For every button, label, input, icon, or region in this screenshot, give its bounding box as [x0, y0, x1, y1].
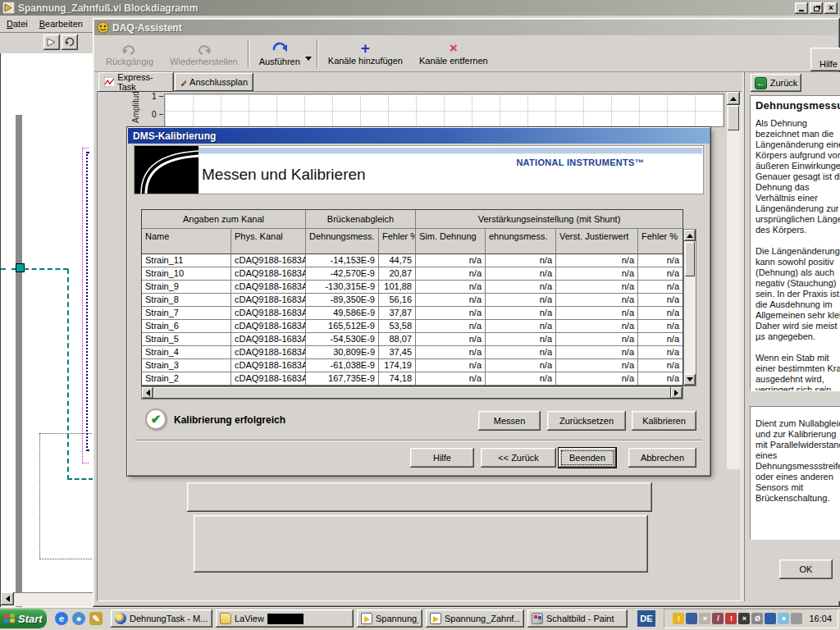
table-cell: n/a — [556, 372, 638, 386]
taskbar-task-button[interactable]: DehnungTask - M... — [111, 609, 212, 628]
blocked-device-tray-icon[interactable]: / — [712, 613, 724, 624]
table-cell: cDAQ9188-1683A — [231, 294, 306, 307]
table-row[interactable]: Strain_8cDAQ9188-1683A-89,350E-956,16n/a… — [142, 294, 682, 307]
table-cell: cDAQ9188-1683A — [231, 307, 306, 320]
redo-button[interactable]: Wiederherstellen — [162, 37, 246, 70]
hidden-tray-icon[interactable] — [791, 613, 802, 624]
waveform-graph[interactable] — [164, 94, 724, 127]
table-row[interactable]: Strain_3cDAQ9188-1683A-61,038E-9174,19n/… — [142, 359, 682, 372]
table-row[interactable]: Strain_4cDAQ9188-1683A30,809E-937,45n/an… — [142, 346, 682, 359]
run-button[interactable]: Ausführen — [251, 37, 308, 70]
app-window-tray-icon[interactable] — [765, 613, 776, 624]
menu-bearbeiten[interactable]: Bearbeiten — [39, 19, 83, 29]
table-cell: 37,87 — [379, 307, 416, 320]
tick-mark — [159, 114, 163, 115]
usb-disconnect-tray-icon[interactable]: × — [738, 613, 750, 624]
scroll-right-icon[interactable] — [671, 387, 682, 399]
table-cell: Strain_11 — [142, 254, 231, 267]
minimize-icon[interactable] — [795, 2, 808, 14]
menu-datei[interactable]: Datei — [7, 19, 28, 29]
taskbar-task-button[interactable]: Spannung_Zahnf... — [426, 609, 524, 628]
calibration-table[interactable]: Angaben zum Kanal Brückenabgleich Verstä… — [141, 209, 683, 386]
taskbar-task-button[interactable]: Spannung_Zahnf... — [357, 609, 422, 628]
scroll-up-icon[interactable] — [684, 230, 696, 241]
dehnung-task-icon — [115, 613, 126, 624]
run-arrow-icon[interactable] — [43, 34, 60, 50]
table-cell: n/a — [486, 281, 556, 294]
tab-express-task[interactable]: Express-Task — [98, 72, 174, 92]
tab-anschlussplan[interactable]: Anschlussplan — [175, 73, 253, 91]
language-indicator[interactable]: DE — [637, 610, 655, 627]
security-alert-tray-icon[interactable]: ! — [725, 613, 737, 624]
table-row[interactable]: Strain_5cDAQ9188-1683A-54,530E-988,07n/a… — [142, 333, 682, 346]
help-paragraph: Als Dehnung bezeichnet man die Längenänd… — [756, 118, 840, 235]
table-row[interactable]: Strain_10cDAQ9188-1683A-42,570E-920,87n/… — [142, 267, 682, 281]
table-cell: n/a — [486, 267, 556, 281]
restore-icon[interactable] — [810, 2, 823, 14]
table-cell: n/a — [486, 294, 556, 307]
table-vertical-scrollbar[interactable] — [683, 229, 696, 386]
daq-titlebar[interactable]: DAQ-Assistent — [94, 20, 838, 35]
hilfe-button[interactable]: Hilfe — [410, 448, 474, 468]
cd-drive-tray-icon[interactable]: ● — [778, 613, 789, 624]
table-cell: cDAQ9188-1683A — [231, 281, 306, 294]
kalibrieren-button[interactable]: Kalibrieren — [632, 411, 696, 431]
table-cell: Strain_7 — [142, 307, 231, 320]
run-dropdown-icon[interactable] — [305, 57, 312, 64]
task-vertical-scrollbar[interactable] — [727, 92, 740, 469]
table-row[interactable]: Strain_7cDAQ9188-1683A49,586E-937,87n/an… — [142, 307, 682, 320]
run-continuous-icon[interactable] — [62, 34, 78, 50]
table-cell: cDAQ9188-1683A — [231, 254, 306, 267]
help-back-button[interactable]: ← Zurück — [751, 74, 801, 92]
table-cell: n/a — [638, 267, 682, 281]
close-icon[interactable]: × — [824, 2, 838, 14]
scrollbar-thumb[interactable] — [153, 387, 671, 399]
column-header: Fehler % — [379, 229, 416, 254]
warning-tray-icon[interactable]: ! — [673, 613, 684, 624]
remove-channels-button[interactable]: × Kanäle entfernen — [411, 37, 496, 70]
table-cell: n/a — [638, 359, 682, 372]
browser-icon[interactable]: ● — [72, 612, 85, 625]
scroll-down-icon[interactable] — [684, 374, 696, 386]
add-channels-button[interactable]: + Kanäle hinzufügen — [320, 37, 411, 70]
scroll-up-icon[interactable] — [727, 92, 740, 105]
table-cell: Strain_5 — [142, 333, 231, 346]
table-row[interactable]: Strain_6cDAQ9188-1683A165,512E-953,58n/a… — [142, 320, 682, 333]
horizontal-scrollbar[interactable] — [1, 592, 93, 606]
main-window-titlebar[interactable]: Spannung_Zahnfuß.vi Blockdiagramm × — [0, 0, 840, 16]
beenden-button[interactable]: Beenden — [559, 448, 616, 468]
taskbar-clock[interactable]: 16:04 — [809, 614, 832, 623]
desktop-icon[interactable]: ✎ — [89, 612, 103, 625]
taskbar-task-button[interactable]: Schaltbild - Paint — [527, 609, 628, 628]
table-cell: n/a — [638, 333, 682, 346]
undo-button[interactable]: Rückgängig — [98, 37, 162, 70]
zuruecksetzen-button[interactable]: Zurücksetzen — [547, 411, 626, 431]
table-row[interactable]: Strain_2cDAQ9188-1683A167,735E-974,18n/a… — [142, 372, 682, 386]
table-cell: -130,315E-9 — [306, 281, 379, 294]
dialog-header-banner: Messen und Kalibrieren NATIONAL INSTRUME… — [134, 145, 704, 194]
table-row[interactable]: Strain_11cDAQ9188-1683A-14,153E-944,75n/… — [142, 254, 682, 267]
daq-help-button[interactable]: Hilfe — [810, 48, 840, 71]
messen-button[interactable]: Messen — [478, 411, 541, 431]
scrollbar-thumb[interactable] — [728, 106, 739, 130]
table-row[interactable]: Strain_9cDAQ9188-1683A-130,315E-9101,88n… — [142, 281, 682, 294]
internet-explorer-icon[interactable]: e — [55, 612, 68, 625]
scroll-left-icon[interactable] — [142, 387, 153, 399]
table-cell: n/a — [416, 372, 486, 386]
table-cell: 56,16 — [379, 294, 416, 307]
display-tray-icon[interactable] — [686, 613, 697, 624]
network-blocked-tray-icon[interactable]: Ø — [751, 613, 763, 624]
dialog-titlebar[interactable]: DMS-Kalibrierung — [128, 128, 710, 144]
table-horizontal-scrollbar[interactable] — [141, 386, 683, 399]
abbrechen-button[interactable]: Abbrechen — [628, 448, 696, 468]
scroll-left-icon[interactable] — [1, 592, 14, 605]
wire-teal — [24, 268, 68, 270]
taskbar-task-button[interactable]: LaView — [216, 609, 354, 628]
table-cell: cDAQ9188-1683A — [231, 320, 306, 333]
volume-muted-tray-icon[interactable]: × — [699, 613, 710, 624]
start-button[interactable]: Start — [0, 609, 47, 628]
block-diagram-canvas[interactable] — [0, 53, 93, 607]
scrollbar-thumb[interactable] — [685, 242, 695, 276]
zurueck-button[interactable]: << Zurück — [481, 448, 556, 468]
ok-button[interactable]: OK — [779, 559, 833, 579]
